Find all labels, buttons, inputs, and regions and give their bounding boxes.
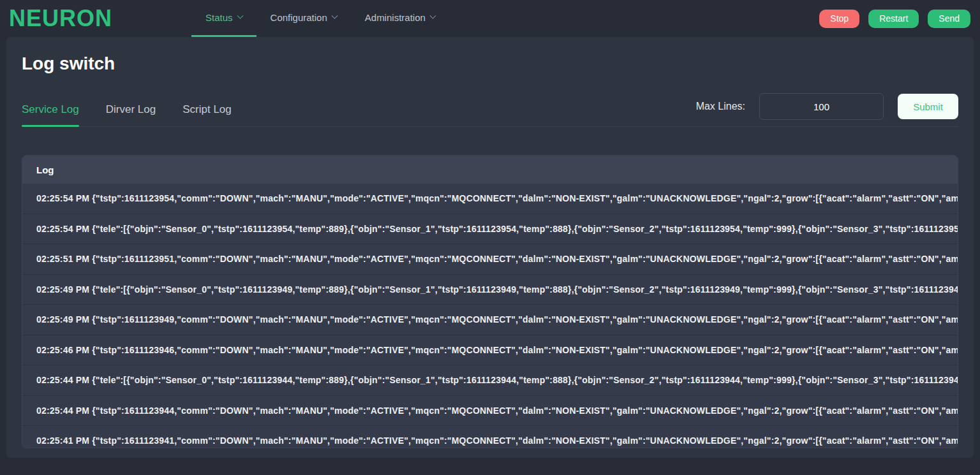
max-lines-input[interactable] bbox=[759, 93, 884, 120]
nav-item-label: Configuration bbox=[271, 12, 327, 23]
brand-logo[interactable]: NEURON bbox=[0, 0, 121, 37]
tab-script-log[interactable]: Script Log bbox=[182, 103, 232, 126]
nav-menu: Status Configuration Administration bbox=[191, 0, 449, 37]
nav-item-status[interactable]: Status bbox=[191, 0, 256, 37]
stop-button[interactable]: Stop bbox=[819, 10, 859, 28]
main-content-card: Log switch Service Log Dirver Log Script… bbox=[6, 37, 974, 458]
nav-item-configuration[interactable]: Configuration bbox=[256, 0, 351, 37]
log-panel-header: Log bbox=[22, 156, 958, 184]
nav-item-administration[interactable]: Administration bbox=[351, 0, 449, 37]
chevron-down-icon bbox=[429, 13, 436, 19]
log-row: 02:25:54 PM {"tele":[{"objn":"Sensor_0",… bbox=[22, 214, 958, 245]
nav-item-label: Status bbox=[205, 12, 233, 23]
tab-service-log[interactable]: Service Log bbox=[22, 103, 79, 126]
tab-bar: Service Log Dirver Log Script Log Max Li… bbox=[22, 93, 958, 127]
log-row: 02:25:51 PM {"tstp":1611123951,"comm":"D… bbox=[22, 244, 958, 275]
tab-dirver-log[interactable]: Dirver Log bbox=[106, 103, 156, 126]
page-title: Log switch bbox=[22, 54, 958, 74]
log-row: 02:25:44 PM {"tele":[{"objn":"Sensor_0",… bbox=[22, 365, 958, 396]
max-lines-controls: Max Lines: Submit bbox=[696, 93, 958, 120]
log-panel: Log 02:25:54 PM {"tstp":1611123954,"comm… bbox=[22, 155, 958, 448]
submit-button[interactable]: Submit bbox=[898, 94, 958, 119]
log-row: 02:25:41 PM {"tstp":1611123941,"comm":"D… bbox=[22, 426, 958, 448]
nav-item-label: Administration bbox=[365, 12, 426, 23]
log-row: 02:25:54 PM {"tstp":1611123954,"comm":"D… bbox=[22, 184, 958, 214]
top-nav: NEURON Status Configuration Administrati… bbox=[0, 0, 980, 37]
log-row: 02:25:46 PM {"tstp":1611123946,"comm":"D… bbox=[22, 335, 958, 366]
log-row: 02:25:49 PM {"tstp":1611123949,"comm":"D… bbox=[22, 305, 958, 335]
max-lines-label: Max Lines: bbox=[696, 101, 745, 112]
tabs: Service Log Dirver Log Script Log bbox=[22, 103, 232, 126]
restart-button[interactable]: Restart bbox=[868, 10, 919, 28]
chevron-down-icon bbox=[331, 13, 338, 19]
nav-actions: Stop Restart Send bbox=[819, 0, 980, 37]
send-button[interactable]: Send bbox=[928, 10, 970, 28]
log-row: 02:25:44 PM {"tstp":1611123944,"comm":"D… bbox=[22, 396, 958, 427]
log-row: 02:25:49 PM {"tele":[{"objn":"Sensor_0",… bbox=[22, 275, 958, 305]
chevron-down-icon bbox=[237, 13, 243, 19]
